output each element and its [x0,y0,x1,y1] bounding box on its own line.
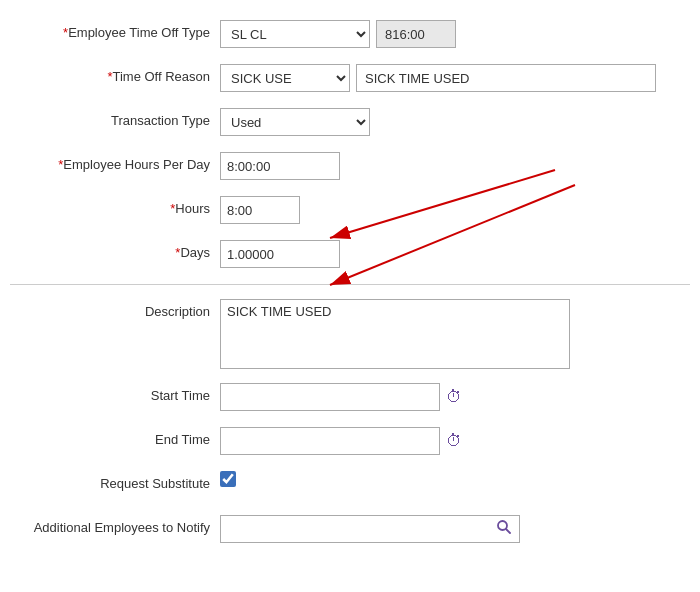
balance-display: 816:00 [376,20,456,48]
request-substitute-label: Request Substitute [10,471,220,491]
time-off-reason-label: *Time Off Reason [10,64,220,84]
time-off-reason-select[interactable]: SICK USE VACATION OTHER [220,64,350,92]
start-time-input[interactable] [220,383,440,411]
description-control: SICK TIME USED [220,299,690,369]
svg-line-4 [506,529,510,533]
end-time-control: ⏱ [220,427,690,455]
description-label: Description [10,299,220,319]
days-input[interactable] [220,240,340,268]
request-substitute-control [220,471,690,487]
transaction-type-control: Used Accrued Adjusted [220,108,690,136]
employee-hours-per-day-label: *Employee Hours Per Day [10,152,220,172]
end-time-input[interactable] [220,427,440,455]
end-time-label: End Time [10,427,220,447]
employee-time-off-type-label: *Employee Time Off Type [10,20,220,40]
days-control [220,240,690,268]
transaction-type-label: Transaction Type [10,108,220,128]
time-off-reason-text: SICK TIME USED [356,64,656,92]
separator [10,284,690,285]
employee-time-off-type-control: SL CL VAC PTO 816:00 [220,20,690,48]
additional-employees-search-button[interactable] [492,519,516,539]
start-time-clock-icon[interactable]: ⏱ [446,388,462,406]
days-label: *Days [10,240,220,260]
employee-time-off-type-select[interactable]: SL CL VAC PTO [220,20,370,48]
additional-employees-input[interactable] [220,515,520,543]
time-off-reason-control: SICK USE VACATION OTHER SICK TIME USED [220,64,690,92]
request-substitute-checkbox[interactable] [220,471,236,487]
additional-employees-control [220,515,690,543]
employee-hours-per-day-control [220,152,690,180]
employee-hours-per-day-input [220,152,340,180]
hours-input[interactable] [220,196,300,224]
start-time-label: Start Time [10,383,220,403]
description-textarea[interactable]: SICK TIME USED [220,299,570,369]
transaction-type-select[interactable]: Used Accrued Adjusted [220,108,370,136]
hours-label: *Hours [10,196,220,216]
end-time-clock-icon[interactable]: ⏱ [446,432,462,450]
hours-control [220,196,690,224]
additional-employees-label: Additional Employees to Notify [10,515,220,535]
start-time-control: ⏱ [220,383,690,411]
